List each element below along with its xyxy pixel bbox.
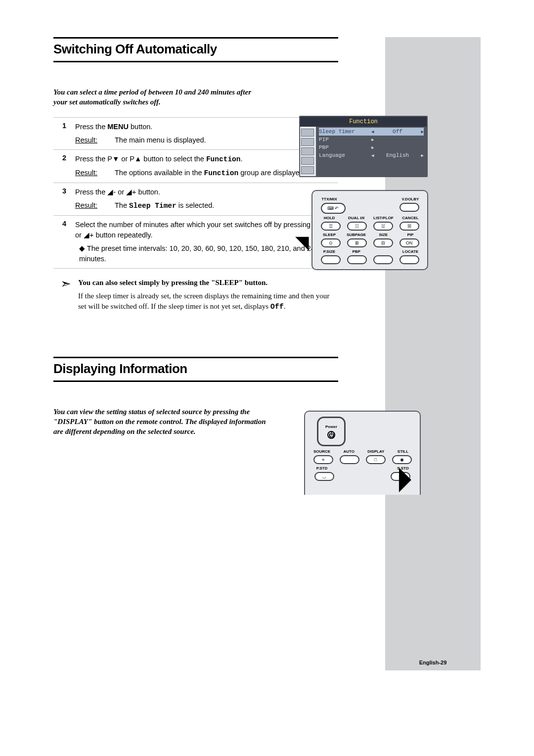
size-button[interactable]: ⊟ — [373, 238, 393, 247]
power-icon[interactable]: ⏻ — [327, 431, 335, 439]
btn-label: HOLD — [317, 216, 341, 220]
subpage-button[interactable]: ⊞ — [347, 238, 367, 247]
step-number: 4 — [53, 220, 75, 264]
vol-minus-icon: ◢- — [107, 188, 116, 196]
t: button to select the — [141, 155, 206, 163]
t: MENU — [107, 123, 129, 131]
btn-label: LOCATE — [399, 249, 422, 254]
osd-row-pbp[interactable]: PBP ▶ — [319, 143, 424, 151]
osd-menu: Function Sleep Timer ◀ Off ▶ PIP ▶ PBP ▶ — [299, 116, 428, 177]
section-title: Displaying Information — [53, 361, 338, 377]
btn-label: SOURCE — [310, 449, 334, 454]
osd-category-icon — [301, 166, 314, 174]
lead-text: You can select a time period of between … — [53, 87, 320, 107]
btn-label: V.DOLBY — [399, 197, 422, 201]
osd-title: Function — [300, 117, 427, 127]
display-button[interactable]: □ — [366, 455, 386, 464]
osd-label: PBP — [319, 144, 368, 150]
pip-on-button[interactable]: ON — [400, 238, 419, 247]
osd-label: Sleep Timer — [319, 129, 368, 135]
lead-line: are different depending on the selected … — [53, 427, 196, 435]
btn-label: PBP — [345, 249, 368, 254]
p-std-button[interactable]: ◡ — [314, 472, 334, 481]
t: Off — [270, 303, 284, 311]
step-number: 2 — [53, 154, 75, 179]
left-arrow-icon: ◀ — [371, 129, 374, 135]
t: Function — [206, 155, 241, 163]
remote-body: TTX/MIX V.DOLBY ⌨ ↶ HOLD DUAL I/II LIST/… — [312, 190, 428, 270]
up-triangle-icon: ▲ — [134, 155, 141, 163]
t: or P — [119, 155, 134, 163]
t: Function — [204, 169, 239, 177]
locate-button[interactable] — [400, 255, 419, 264]
step-number: 3 — [53, 187, 75, 211]
step: 2 Press the P▼ or P▲ button to select th… — [53, 149, 338, 183]
btn-label: STILL — [391, 449, 415, 454]
btn-label: SIZE — [371, 233, 395, 237]
vol-plus-icon: ◢+ — [126, 188, 136, 196]
t: group are displayed. — [238, 169, 305, 177]
dual-button[interactable]: ☷ — [347, 222, 367, 231]
result-label: Result: — [75, 200, 115, 211]
btn-label: DISPLAY — [364, 449, 388, 454]
btn-label: TTX/MIX — [317, 197, 341, 201]
btn-label: DUAL I/II — [345, 216, 368, 220]
ttx-mix-button[interactable]: ⌨ ↶ — [321, 203, 346, 214]
section-title-bar: Displaying Information — [53, 357, 338, 382]
t: Select the number of minutes after which… — [75, 221, 324, 229]
osd-icon-column — [300, 127, 316, 176]
pbp-button[interactable] — [347, 255, 367, 264]
mix-icon: ↶ — [335, 206, 339, 211]
step-number: 1 — [53, 122, 75, 145]
teletext-icon: ⌨ — [327, 206, 334, 211]
osd-row-sleep-timer[interactable]: Sleep Timer ◀ Off ▶ — [319, 128, 424, 136]
lead-line: You can view the setting status of selec… — [53, 408, 250, 416]
power-label: Power — [325, 425, 337, 429]
t: . — [241, 155, 243, 163]
sleep-button[interactable]: ⊙ — [321, 238, 341, 247]
osd-category-icon — [301, 157, 314, 165]
result-label: Result: — [75, 168, 115, 179]
btn-label: CANCEL — [399, 216, 422, 220]
step: 1 Press the MENU button. Result: The mai… — [53, 117, 338, 149]
osd-row-language[interactable]: Language ◀ English ▶ — [319, 151, 424, 159]
osd-value: Off — [377, 129, 418, 135]
auto-button[interactable] — [340, 455, 359, 464]
section-title: Switching Off Automatically — [53, 42, 338, 57]
btn-label: P.STD — [310, 466, 334, 471]
t: Press the P — [75, 155, 112, 163]
lead-line: "DISPLAY" button on the remote control. … — [53, 418, 266, 425]
osd-value: English — [377, 152, 418, 158]
v-dolby-button[interactable] — [400, 203, 419, 212]
result-label: Result: — [75, 135, 115, 145]
btn-label: AUTO — [337, 449, 361, 454]
tip-body: You can also select simply by pressing t… — [78, 278, 338, 312]
pointer-icon: ➣ — [60, 278, 71, 312]
indicator-arrow-icon: ◥ — [295, 234, 309, 251]
source-button[interactable]: ⎆ — [313, 455, 333, 464]
t: The options available in the — [115, 169, 204, 177]
still-button[interactable]: ◉ — [392, 455, 412, 464]
osd-category-icon — [301, 147, 314, 155]
blank-button[interactable] — [373, 255, 393, 264]
cancel-button[interactable]: ☒ — [400, 222, 419, 231]
osd-row-pip[interactable]: PIP ▶ — [319, 136, 424, 143]
right-arrow-icon: ▶ — [371, 137, 374, 142]
osd-rows: Sleep Timer ◀ Off ▶ PIP ▶ PBP ▶ Language… — [316, 127, 427, 176]
t: If the sleep timer is already set, the s… — [78, 292, 329, 310]
remote-control-section: ◥ TTX/MIX V.DOLBY ⌨ ↶ HOLD DUAL I/II LIS… — [295, 190, 434, 270]
p-size-button[interactable] — [321, 255, 341, 264]
hold-button[interactable]: ☰ — [321, 222, 341, 231]
remote-control-top: Power ⏻ SOURCE AUTO DISPLAY STILL ⎆ □ ◉ … — [304, 411, 421, 495]
t: or — [116, 188, 126, 196]
btn-label: LIST/FLOF — [371, 216, 395, 220]
right-arrow-icon: ▶ — [421, 129, 424, 135]
list-flof-button[interactable]: ☱ — [373, 222, 393, 231]
tip-text: If the sleep timer is already set, the s… — [78, 291, 338, 312]
t: Press the — [75, 123, 107, 131]
t: Sleep Timer — [129, 202, 177, 210]
t: button repeatedly. — [93, 231, 152, 239]
lead-line: You can select a time period of between … — [53, 88, 251, 96]
t: The preset time intervals: 10, 20, 30, 6… — [79, 244, 319, 263]
section-title-bar: Switching Off Automatically — [53, 37, 338, 62]
